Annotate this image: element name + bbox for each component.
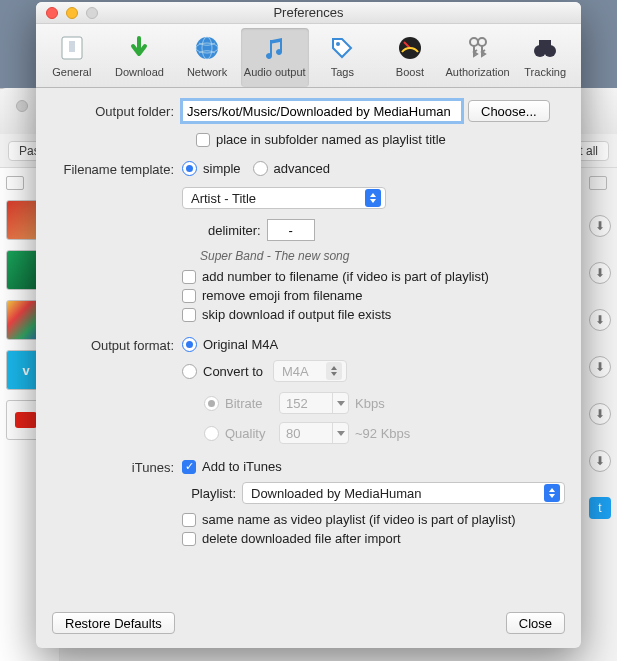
keys-icon — [462, 32, 494, 64]
convert-format-popup: M4A — [273, 360, 347, 382]
download-icon[interactable]: ⬇ — [589, 215, 611, 237]
subfolder-checkbox-label: place in subfolder named as playlist tit… — [216, 132, 446, 147]
playlist-popup[interactable]: Downloaded by MediaHuman — [242, 482, 565, 504]
same-name-checkbox[interactable] — [182, 513, 196, 527]
bitrate-combo: 152 — [279, 392, 349, 414]
landscape-icon — [6, 176, 24, 190]
download-arrow-icon — [123, 32, 155, 64]
filename-example: Super Band - The new song — [200, 249, 565, 263]
skip-existing-checkbox[interactable] — [182, 308, 196, 322]
twitter-icon[interactable]: t — [589, 497, 611, 519]
download-icon[interactable]: ⬇ — [589, 450, 611, 472]
add-number-label: add number to filename (if video is part… — [202, 269, 489, 284]
download-icon[interactable]: ⬇ — [589, 262, 611, 284]
tab-boost[interactable]: Boost — [376, 28, 444, 87]
tab-audio-output[interactable]: Audio output — [241, 28, 309, 87]
delete-after-import-label: delete downloaded file after import — [202, 531, 401, 546]
quality-radio — [204, 426, 219, 441]
svg-point-2 — [196, 37, 218, 59]
filename-advanced-radio[interactable] — [253, 161, 268, 176]
subfolder-checkbox[interactable] — [196, 133, 210, 147]
binoculars-icon — [529, 32, 561, 64]
output-folder-label: Output folder: — [52, 100, 182, 119]
download-icon[interactable]: ⬇ — [589, 356, 611, 378]
svg-point-5 — [336, 42, 340, 46]
delimiter-field[interactable] — [267, 219, 315, 241]
quality-combo: 80 — [279, 422, 349, 444]
format-convert-radio[interactable] — [182, 364, 197, 379]
gauge-icon — [394, 32, 426, 64]
bitrate-label: Bitrate — [225, 396, 273, 411]
tab-authorization[interactable]: Authorization — [444, 28, 512, 87]
landscape-icon — [589, 176, 607, 190]
svg-rect-1 — [69, 41, 75, 52]
background-download-buttons: ⬇ ⬇ ⬇ ⬇ ⬇ ⬇ t — [589, 176, 611, 519]
tab-tracking[interactable]: Tracking — [511, 28, 579, 87]
tag-icon — [326, 32, 358, 64]
svg-point-7 — [470, 38, 478, 46]
format-original-label: Original M4A — [203, 337, 278, 352]
bitrate-radio — [204, 396, 219, 411]
filename-template-popup[interactable]: Artist - Title — [182, 187, 386, 209]
download-icon[interactable]: ⬇ — [589, 309, 611, 331]
restore-defaults-button[interactable]: Restore Defaults — [52, 612, 175, 634]
music-note-icon — [259, 32, 291, 64]
bitrate-unit: Kbps — [355, 396, 385, 411]
tab-network[interactable]: Network — [173, 28, 241, 87]
remove-emoji-label: remove emoji from filename — [202, 288, 362, 303]
quality-estimate: ~92 Kbps — [355, 426, 410, 441]
preferences-window: Preferences General Download Network Aud… — [36, 2, 581, 648]
remove-emoji-checkbox[interactable] — [182, 289, 196, 303]
svg-rect-11 — [539, 40, 551, 48]
close-button[interactable]: Close — [506, 612, 565, 634]
filename-simple-label: simple — [203, 161, 241, 176]
general-icon — [56, 32, 88, 64]
globe-icon — [191, 32, 223, 64]
download-icon[interactable]: ⬇ — [589, 403, 611, 425]
format-convert-label: Convert to — [203, 364, 263, 379]
filename-advanced-label: advanced — [274, 161, 330, 176]
quality-label: Quality — [225, 426, 273, 441]
add-to-itunes-checkbox[interactable]: ✓ — [182, 460, 196, 474]
filename-template-label: Filename template: — [52, 158, 182, 177]
format-original-radio[interactable] — [182, 337, 197, 352]
tab-general[interactable]: General — [38, 28, 106, 87]
output-folder-field[interactable] — [182, 100, 462, 122]
output-format-label: Output format: — [52, 334, 182, 353]
tab-tags[interactable]: Tags — [309, 28, 377, 87]
add-number-checkbox[interactable] — [182, 270, 196, 284]
itunes-label: iTunes: — [52, 456, 182, 475]
filename-simple-radio[interactable] — [182, 161, 197, 176]
skip-existing-label: skip download if output file exists — [202, 307, 391, 322]
choose-folder-button[interactable]: Choose... — [468, 100, 550, 122]
add-to-itunes-label: Add to iTunes — [202, 459, 282, 474]
delete-after-import-checkbox[interactable] — [182, 532, 196, 546]
delimiter-label: delimiter: — [208, 223, 261, 238]
playlist-label: Playlist: — [182, 486, 236, 501]
titlebar: Preferences — [36, 2, 581, 24]
svg-point-8 — [478, 38, 486, 46]
same-name-label: same name as video playlist (if video is… — [202, 512, 516, 527]
preferences-toolbar: General Download Network Audio output Ta… — [36, 24, 581, 88]
preferences-body: Output folder: Choose... place in subfol… — [36, 88, 581, 612]
preferences-footer: Restore Defaults Close — [36, 612, 581, 648]
window-title: Preferences — [36, 5, 581, 20]
tab-download[interactable]: Download — [106, 28, 174, 87]
